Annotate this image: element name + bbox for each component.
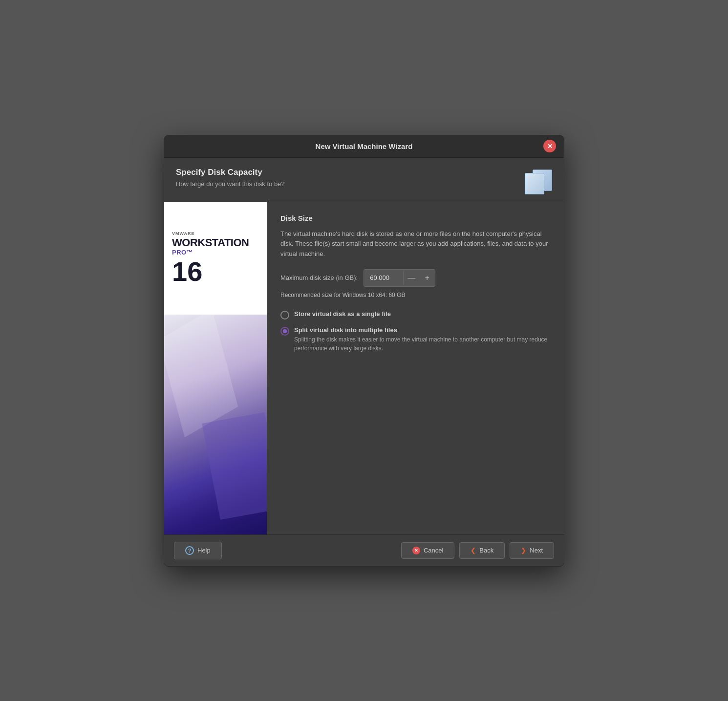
section-title: Disk Size [280, 214, 550, 222]
version-number: 16 [172, 258, 202, 285]
radio-group: Store virtual disk as a single file Spli… [280, 310, 550, 353]
close-button[interactable]: ✕ [543, 140, 556, 152]
main-content: VMWARE WORKSTATION PRO™ 16 Disk Size The… [164, 202, 564, 534]
disk-page-front-icon [525, 173, 544, 194]
help-icon: ? [185, 546, 194, 555]
help-button[interactable]: ? Help [174, 542, 222, 559]
disk-size-input[interactable] [364, 271, 403, 285]
page-heading: Specify Disk Capacity [176, 168, 285, 177]
back-arrow-icon: ❮ [471, 547, 476, 554]
cancel-button[interactable]: ✕ Cancel [401, 542, 454, 559]
radio-desc-multiple-files: Splitting the disk makes it easier to mo… [294, 335, 550, 353]
disk-icon [525, 170, 552, 194]
footer-right: ✕ Cancel ❮ Back ❯ Next [401, 542, 554, 559]
dialog-title: New Virtual Machine Wizard [316, 142, 413, 150]
next-arrow-icon: ❯ [521, 547, 526, 554]
footer: ? Help ✕ Cancel ❮ Back ❯ Next [164, 534, 564, 566]
disk-size-row: Maximum disk size (in GB): — + [280, 269, 550, 287]
header-section: Specify Disk Capacity How large do you w… [164, 158, 564, 202]
header-text: Specify Disk Capacity How large do you w… [176, 168, 285, 188]
disk-size-control: — + [364, 269, 435, 287]
dialog-window: New Virtual Machine Wizard ✕ Specify Dis… [164, 135, 564, 567]
increment-button[interactable]: + [419, 270, 435, 286]
right-content: Disk Size The virtual machine's hard dis… [267, 202, 564, 534]
recommended-text: Recommended size for Windows 10 x64: 60 … [280, 292, 550, 298]
sidebar-top: VMWARE WORKSTATION PRO™ 16 [164, 202, 267, 315]
title-bar: New Virtual Machine Wizard ✕ [164, 135, 564, 158]
decrement-button[interactable]: — [404, 270, 419, 286]
workstation-label: WORKSTATION [172, 237, 249, 249]
radio-option-single-file-text: Store virtual disk as a single file [294, 310, 391, 318]
disk-size-label: Maximum disk size (in GB): [280, 274, 358, 281]
radio-btn-multiple-files[interactable] [280, 327, 289, 336]
radio-label-single-file: Store virtual disk as a single file [294, 310, 391, 318]
back-button[interactable]: ❮ Back [459, 542, 505, 559]
page-subheading: How large do you want this disk to be? [176, 180, 285, 188]
next-label: Next [530, 547, 543, 554]
next-button[interactable]: ❯ Next [510, 542, 554, 559]
disk-icon-container [525, 170, 552, 194]
vmware-label: VMWARE [172, 231, 195, 236]
radio-option-single-file[interactable]: Store virtual disk as a single file [280, 310, 550, 319]
radio-option-multiple-files-text: Split virtual disk into multiple files S… [294, 326, 550, 353]
cancel-icon: ✕ [412, 547, 420, 554]
sidebar: VMWARE WORKSTATION PRO™ 16 [164, 202, 267, 534]
cancel-label: Cancel [424, 547, 443, 554]
back-label: Back [479, 547, 493, 554]
help-label: Help [197, 547, 211, 554]
radio-option-multiple-files[interactable]: Split virtual disk into multiple files S… [280, 326, 550, 353]
radio-btn-single-file[interactable] [280, 311, 289, 319]
sidebar-gradient [164, 315, 267, 534]
pro-label: PRO™ [172, 249, 193, 256]
radio-label-multiple-files: Split virtual disk into multiple files [294, 326, 550, 334]
description-text: The virtual machine's hard disk is store… [280, 229, 550, 259]
